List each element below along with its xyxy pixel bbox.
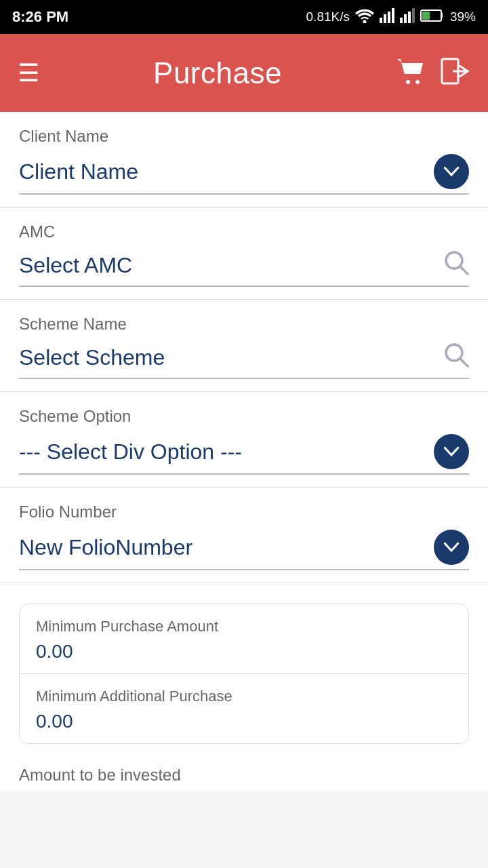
svg-rect-5 — [400, 18, 403, 23]
scheme-option-value: --- Select Div Option --- — [19, 439, 242, 465]
app-bar-actions — [396, 58, 470, 89]
status-bar: 8:26 PM 0.81K/s — [0, 0, 488, 34]
menu-icon[interactable]: ☰ — [18, 59, 39, 87]
scheme-search-icon[interactable] — [443, 342, 469, 374]
client-name-value: Client Name — [19, 159, 138, 184]
svg-rect-2 — [384, 14, 386, 23]
signal-icon — [380, 8, 394, 26]
amc-label: AMC — [19, 222, 469, 241]
amc-value: Select AMC — [19, 253, 132, 278]
amc-row[interactable]: Select AMC — [19, 250, 469, 287]
status-icons: 0.81K/s — [306, 8, 476, 26]
min-purchase-row: Minimum Purchase Amount 0.00 — [20, 604, 468, 673]
svg-rect-10 — [422, 12, 430, 20]
svg-line-18 — [460, 359, 468, 366]
svg-rect-6 — [404, 14, 407, 23]
page-title: Purchase — [153, 56, 282, 90]
min-purchase-label: Minimum Purchase Amount — [36, 618, 452, 635]
min-additional-purchase-value: 0.00 — [36, 711, 452, 732]
amc-section: AMC Select AMC — [0, 208, 488, 300]
min-purchase-value: 0.00 — [36, 641, 452, 663]
folio-number-label: Folio Number — [19, 502, 469, 521]
svg-point-0 — [363, 20, 366, 23]
client-name-label: Client Name — [19, 127, 469, 146]
client-name-row[interactable]: Client Name — [19, 154, 469, 195]
scheme-option-dropdown[interactable] — [434, 434, 469, 469]
cart-icon[interactable] — [396, 58, 426, 89]
network-speed: 0.81K/s — [306, 9, 350, 24]
min-additional-purchase-label: Minimum Additional Purchase — [36, 688, 452, 705]
svg-rect-7 — [408, 12, 411, 23]
wifi-icon — [355, 8, 374, 26]
status-time: 8:26 PM — [12, 8, 68, 26]
form-content: Client Name Client Name AMC Select AMC S… — [0, 112, 488, 791]
logout-icon[interactable] — [441, 58, 470, 89]
scheme-option-row[interactable]: --- Select Div Option --- — [19, 434, 469, 475]
svg-point-12 — [415, 80, 420, 84]
scheme-name-value: Select Scheme — [19, 345, 165, 370]
folio-number-row[interactable]: New FolioNumber — [19, 530, 469, 570]
amc-search-icon[interactable] — [443, 250, 469, 281]
svg-rect-8 — [412, 8, 415, 23]
battery-percent: 39% — [450, 9, 476, 24]
signal-icon-2 — [400, 8, 415, 26]
folio-number-section: Folio Number New FolioNumber — [0, 488, 488, 583]
folio-number-dropdown[interactable] — [434, 530, 469, 565]
amount-section: Amount to be invested — [0, 751, 488, 791]
scheme-name-label: Scheme Name — [19, 315, 469, 334]
svg-point-11 — [406, 80, 410, 84]
svg-rect-4 — [392, 8, 394, 23]
folio-number-value: New FolioNumber — [19, 535, 192, 560]
battery-icon — [420, 9, 445, 26]
scheme-name-section: Scheme Name Select Scheme — [0, 300, 488, 392]
svg-line-16 — [460, 267, 468, 274]
client-name-section: Client Name Client Name — [0, 112, 488, 208]
scheme-name-row[interactable]: Select Scheme — [19, 342, 469, 379]
app-bar: ☰ Purchase — [0, 34, 488, 112]
info-card: Minimum Purchase Amount 0.00 Minimum Add… — [19, 604, 469, 744]
client-name-dropdown[interactable] — [434, 154, 469, 189]
min-additional-purchase-row: Minimum Additional Purchase 0.00 — [20, 673, 468, 743]
scheme-option-section: Scheme Option --- Select Div Option --- — [0, 392, 488, 488]
svg-rect-3 — [388, 12, 390, 23]
scheme-option-label: Scheme Option — [19, 407, 469, 426]
svg-rect-1 — [380, 18, 382, 23]
amount-label: Amount to be invested — [19, 766, 469, 785]
